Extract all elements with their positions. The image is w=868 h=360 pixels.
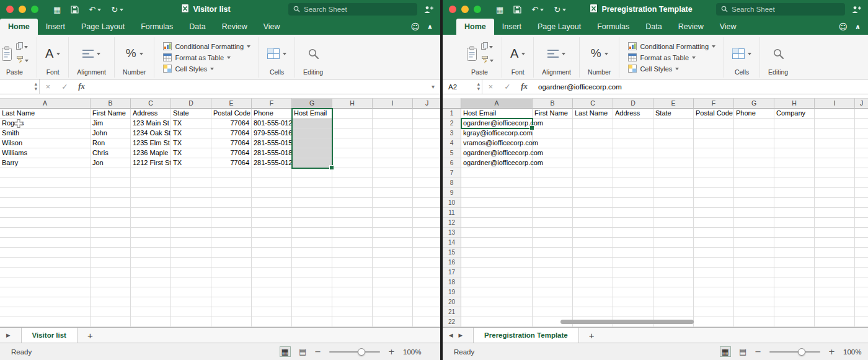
cell-d6[interactable]: TX <box>171 158 211 168</box>
zoom-slider[interactable] <box>329 351 380 353</box>
ribbon-tab-view[interactable]: View <box>712 19 745 35</box>
cell-d16[interactable] <box>171 258 211 268</box>
cell-b12[interactable] <box>91 218 131 228</box>
cell-i18[interactable] <box>373 277 413 287</box>
cell-f6[interactable]: 281-555-0122 <box>252 158 292 168</box>
cell-d20[interactable] <box>613 297 653 307</box>
cell-i15[interactable] <box>373 248 413 258</box>
insert-function-icon[interactable]: fx <box>73 82 90 91</box>
cell-a10[interactable] <box>461 198 533 208</box>
cell-a5[interactable]: Williams <box>0 148 91 158</box>
cell-j16[interactable] <box>413 258 440 268</box>
cell-f15[interactable] <box>694 248 734 258</box>
cell-a11[interactable] <box>0 208 91 218</box>
cell-b4[interactable]: Ron <box>91 138 131 148</box>
cell-d11[interactable] <box>171 208 211 218</box>
cell-a8[interactable] <box>0 178 91 188</box>
cell-c19[interactable] <box>573 287 613 297</box>
cell-e1[interactable]: State <box>653 109 694 119</box>
row-header-11[interactable]: 11 <box>443 208 461 218</box>
font-button[interactable]: A <box>510 47 518 61</box>
cell-h4[interactable] <box>774 138 815 148</box>
cell-h13[interactable] <box>332 228 373 238</box>
format-painter-button[interactable] <box>481 55 494 66</box>
cell-i3[interactable] <box>815 128 855 138</box>
redo-icon[interactable]: ↻ <box>111 6 123 14</box>
cell-a5[interactable]: ogardner@iofficecorp.com <box>461 148 533 158</box>
cell-e16[interactable] <box>211 258 252 268</box>
cell-a12[interactable] <box>0 218 91 228</box>
cell-i12[interactable] <box>373 218 413 228</box>
page-layout-view-icon[interactable]: ▤ <box>299 348 306 356</box>
cell-b18[interactable] <box>533 277 573 287</box>
cell-a4[interactable]: vramos@iofficecorp.com <box>461 138 533 148</box>
cell-f15[interactable] <box>252 248 292 258</box>
name-box-stepper[interactable]: ▲▼ <box>477 83 480 91</box>
cell-e15[interactable] <box>211 248 252 258</box>
ribbon-tab-formulas[interactable]: Formulas <box>589 19 637 35</box>
cell-h5[interactable] <box>332 148 373 158</box>
cell-b17[interactable] <box>91 268 131 277</box>
collapse-ribbon-icon[interactable]: ∧ <box>427 23 433 31</box>
cell-f17[interactable] <box>252 268 292 277</box>
cell-e14[interactable] <box>211 238 252 248</box>
cell-i2[interactable] <box>815 119 855 128</box>
cell-f5[interactable]: 281-555-0183 <box>252 148 292 158</box>
cell-a14[interactable] <box>0 238 91 248</box>
cancel-icon[interactable]: × <box>40 83 56 91</box>
cell-c4[interactable] <box>573 138 613 148</box>
cell-g18[interactable] <box>292 277 332 287</box>
cell-j21[interactable] <box>413 307 440 317</box>
cell-c1[interactable]: Last Name <box>573 109 613 119</box>
cell-b13[interactable] <box>533 228 573 238</box>
row-header-15[interactable]: 15 <box>443 248 461 258</box>
cell-c7[interactable] <box>573 168 613 178</box>
cell-a19[interactable] <box>461 287 533 297</box>
cell-d9[interactable] <box>613 188 653 198</box>
cell-f4[interactable]: 281-555-0152 <box>252 138 292 148</box>
collapse-ribbon-icon[interactable]: ∧ <box>855 23 861 31</box>
cell-d18[interactable] <box>171 277 211 287</box>
cell-b10[interactable] <box>91 198 131 208</box>
cell-h18[interactable] <box>774 277 815 287</box>
cell-h20[interactable] <box>332 297 373 307</box>
cell-f7[interactable] <box>694 168 734 178</box>
cell-h11[interactable] <box>332 208 373 218</box>
cell-b20[interactable] <box>91 297 131 307</box>
cell-f12[interactable] <box>252 218 292 228</box>
cell-h8[interactable] <box>774 178 815 188</box>
cell-a17[interactable] <box>0 268 91 277</box>
cell-a9[interactable] <box>0 188 91 198</box>
cell-d5[interactable] <box>613 148 653 158</box>
cell-i8[interactable] <box>373 178 413 188</box>
cell-j1[interactable] <box>413 109 440 119</box>
cell-i17[interactable] <box>815 268 855 277</box>
ribbon-tab-review[interactable]: Review <box>670 19 712 35</box>
row-header-16[interactable]: 16 <box>443 258 461 268</box>
cell-i9[interactable] <box>373 188 413 198</box>
cell-h9[interactable] <box>332 188 373 198</box>
column-header-h[interactable]: H <box>332 98 373 109</box>
cell-g7[interactable] <box>292 168 332 178</box>
name-box-stepper[interactable]: ▲▼ <box>35 83 37 91</box>
cell-i20[interactable] <box>815 297 855 307</box>
cell-h19[interactable] <box>774 287 815 297</box>
cell-b15[interactable] <box>533 248 573 258</box>
cell-h1[interactable] <box>332 109 373 119</box>
cell-e3[interactable]: 77064 <box>211 128 252 138</box>
zoom-slider[interactable] <box>769 351 820 353</box>
cell-i11[interactable] <box>373 208 413 218</box>
cell-e2[interactable] <box>653 119 694 128</box>
cell-c11[interactable] <box>131 208 171 218</box>
cell-c22[interactable] <box>131 317 171 327</box>
cell-a8[interactable] <box>461 178 533 188</box>
cell-c12[interactable] <box>131 218 171 228</box>
cell-h6[interactable] <box>332 158 373 168</box>
cell-f10[interactable] <box>694 198 734 208</box>
cell-c4[interactable]: 1235 Elm St <box>131 138 171 148</box>
cell-b21[interactable] <box>533 307 573 317</box>
cell-d19[interactable] <box>171 287 211 297</box>
cell-j3[interactable] <box>855 128 868 138</box>
row-header-21[interactable]: 21 <box>443 307 461 317</box>
cell-i5[interactable] <box>373 148 413 158</box>
